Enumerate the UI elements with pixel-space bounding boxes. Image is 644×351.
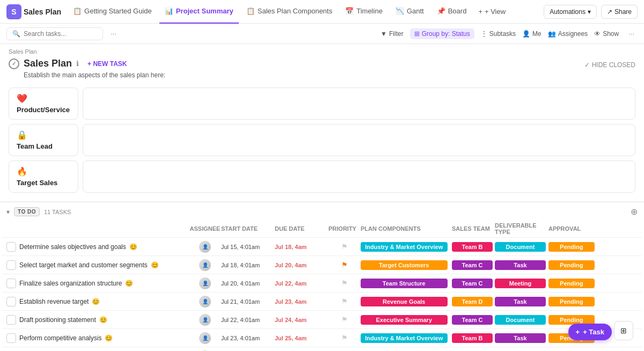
assignee-col-4: 👤	[189, 314, 221, 326]
floating-task-btn[interactable]: + + Task	[568, 324, 612, 340]
add-view-label: + View	[485, 8, 506, 16]
project-title-row: ✓ Sales Plan ℹ + NEW TASK ✓ HIDE CLOSED	[9, 58, 635, 71]
deliverable-col-1: Task	[495, 260, 548, 270]
floating-grid-btn[interactable]: ⊞	[614, 321, 633, 340]
filter-btn[interactable]: ▼ Filter	[380, 30, 404, 38]
assignee-col-3: 👤	[189, 296, 221, 308]
task-checkbox-4[interactable]	[6, 315, 16, 325]
task-emoji-1: 😊	[151, 261, 159, 269]
flag-icon-5: ⚑	[341, 334, 348, 342]
assignee-col-5: 👤	[189, 332, 221, 344]
task-emoji-3: 😊	[92, 298, 100, 305]
add-view-btn[interactable]: + + View	[474, 8, 510, 16]
product-emoji: ❤️	[17, 93, 70, 104]
tab-board[interactable]: 📌 Board	[431, 0, 472, 24]
sales-team-col-4: Team C	[452, 315, 495, 325]
flag-icon-1: ⚑	[341, 261, 348, 269]
priority-col-5: ⚑	[328, 334, 361, 342]
task-row: Finalize sales organization structure 😊 …	[2, 274, 642, 292]
plan-badge-4: Executive Summary	[361, 315, 448, 325]
due-col-1: Jul 20, 4am	[275, 262, 328, 268]
assignees-btn[interactable]: 👥 Assignees	[548, 30, 588, 38]
plus-icon: +	[576, 328, 580, 336]
approval-badge-4: Pending	[548, 315, 595, 325]
task-name-col-0: Determine sales objectives and goals 😊	[19, 243, 189, 251]
flag-icon-4: ⚑	[341, 316, 348, 324]
subtasks-icon: ⋮	[481, 30, 487, 38]
group-by-btn[interactable]: ⊞ Group by: Status	[410, 28, 474, 39]
subtasks-btn[interactable]: ⋮ Subtasks	[481, 30, 516, 38]
tab-getting-started[interactable]: 📋 Getting Started Guide	[68, 0, 157, 24]
toolbar-more-icon[interactable]: ···	[625, 28, 638, 39]
section-toggle-icon[interactable]: ▾	[6, 208, 10, 216]
task-name-0[interactable]: Determine sales objectives and goals	[19, 243, 126, 251]
task-name-5[interactable]: Perform competitive analysis	[19, 334, 101, 342]
task-checkbox-5[interactable]	[6, 333, 16, 343]
new-task-btn[interactable]: + NEW TASK	[87, 60, 127, 68]
task-emoji-5: 😊	[105, 334, 113, 342]
task-checkbox-2[interactable]	[6, 279, 16, 288]
avatar-5: 👤	[199, 332, 211, 344]
show-btn[interactable]: 👁 Show	[594, 30, 619, 38]
task-checkbox-1[interactable]	[6, 260, 16, 270]
main-content: Sales Plan ✓ Sales Plan ℹ + NEW TASK ✓ H…	[0, 44, 644, 351]
tab-sales-plan-components[interactable]: 📋 Sales Plan Components	[241, 0, 338, 24]
assignee-col-2: 👤	[189, 277, 221, 289]
start-col-1: Jul 18, 4:01am	[221, 262, 275, 268]
plan-col-3: Revenue Goals	[361, 297, 452, 306]
product-label: Product/Service	[17, 106, 70, 114]
flag-icon-0: ⚑	[341, 243, 348, 251]
tab-project-summary[interactable]: 📊 Project Summary	[159, 0, 239, 24]
deliverable-badge-4: Document	[495, 315, 546, 325]
tab-gantt-icon: 📉	[396, 7, 404, 15]
info-cards-row: ❤️ Product/Service	[9, 87, 635, 120]
task-emoji-0: 😊	[129, 243, 137, 251]
filter-label: Filter	[389, 30, 404, 38]
target-sales-card[interactable]: 🔥 Target Sales	[9, 160, 78, 193]
automations-label: Automations	[550, 8, 586, 16]
deliverable-badge-5: Task	[495, 333, 546, 343]
more-options-icon[interactable]: ···	[107, 28, 120, 39]
hide-closed-btn[interactable]: ✓ HIDE CLOSED	[584, 61, 635, 69]
deliverable-badge-1: Task	[495, 260, 546, 270]
team-lead-card[interactable]: 🔒 Team Lead	[9, 124, 78, 156]
task-checkbox-0[interactable]	[6, 242, 16, 252]
sales-team-col-2: Team C	[452, 279, 495, 288]
target-sales-row: 🔥 Target Sales	[9, 160, 635, 193]
tab-gantt[interactable]: 📉 Gantt	[390, 0, 429, 24]
plan-col-4: Executive Summary	[361, 315, 452, 325]
tab-timeline[interactable]: 📅 Timeline	[340, 0, 388, 24]
sales-team-badge-2: Team C	[452, 279, 493, 288]
assignees-icon: 👥	[548, 30, 556, 38]
info-icon: ℹ	[76, 60, 79, 68]
due-col-5: Jul 25, 4am	[275, 335, 328, 341]
search-input[interactable]	[24, 30, 97, 38]
task-name-1[interactable]: Select target market and customer segmen…	[19, 261, 148, 269]
col-header-due: DUE DATE	[275, 225, 328, 232]
plan-col-0: Industry & Market Overview	[361, 242, 452, 252]
add-column-btn[interactable]: ⊕	[631, 207, 638, 217]
task-rows-container: Determine sales objectives and goals 😊 👤…	[2, 238, 642, 351]
sales-team-badge-0: Team B	[452, 242, 493, 252]
priority-col-2: ⚑	[328, 279, 361, 287]
sales-team-badge-1: Team C	[452, 260, 493, 270]
tab-getting-started-label: Getting Started Guide	[84, 7, 152, 15]
me-btn[interactable]: 👤 Me	[522, 30, 541, 38]
task-name-2[interactable]: Finalize sales organization structure	[19, 280, 122, 287]
product-service-card[interactable]: ❤️ Product/Service	[9, 87, 78, 120]
search-box[interactable]: 🔍	[6, 27, 103, 40]
task-name-col-1: Select target market and customer segmen…	[19, 261, 189, 269]
add-icon: +	[478, 8, 482, 16]
automations-btn[interactable]: Automations ▾	[544, 5, 597, 19]
due-col-4: Jul 24, 4am	[275, 317, 328, 323]
top-nav-right: Automations ▾ ↗ Share	[544, 5, 638, 19]
task-checkbox-3[interactable]	[6, 297, 16, 306]
share-btn[interactable]: ↗ Share	[601, 5, 638, 19]
project-status-icon[interactable]: ✓	[9, 58, 19, 69]
task-name-3[interactable]: Establish revenue target	[19, 298, 89, 305]
task-name-col-2: Finalize sales organization structure 😊	[19, 280, 189, 287]
task-name-4[interactable]: Draft positioning statement	[19, 316, 96, 324]
share-icon: ↗	[607, 8, 612, 16]
project-name: Sales Plan	[24, 8, 61, 16]
plan-badge-1: Target Customers	[361, 260, 448, 270]
